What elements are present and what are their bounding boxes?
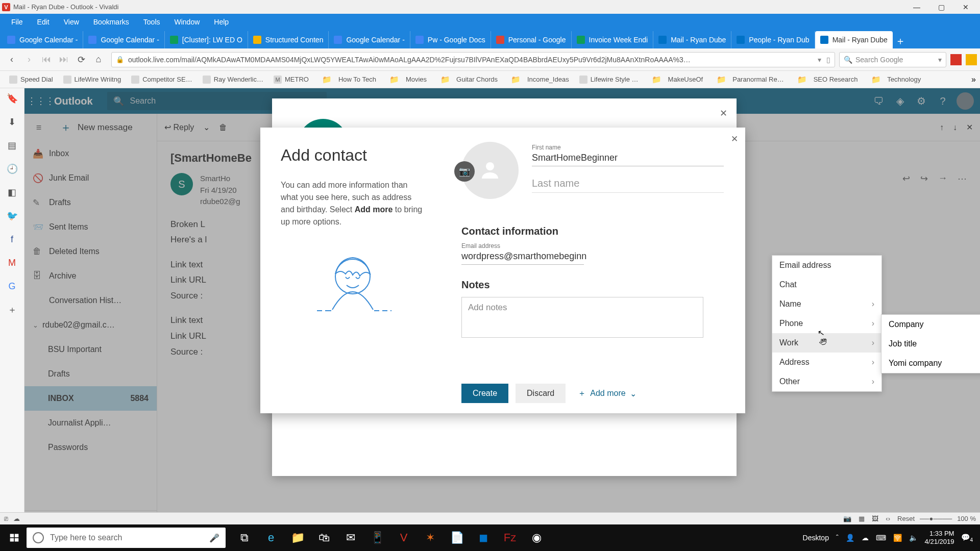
nav-ffwd[interactable]: ⏭: [55, 51, 72, 68]
menu-item[interactable]: Chat: [772, 275, 881, 294]
extension-icon-2[interactable]: [966, 54, 977, 65]
extension-icon-1[interactable]: [950, 54, 962, 65]
contact-photo-placeholder[interactable]: 📷: [461, 142, 519, 199]
close-icon[interactable]: ✕: [720, 108, 727, 119]
menu-view[interactable]: View: [57, 14, 86, 30]
bookmark-item[interactable]: Competitor SE…: [126, 76, 198, 84]
panel-add-icon[interactable]: ＋: [5, 303, 19, 317]
panel-twitter-icon[interactable]: 🐦: [5, 209, 19, 223]
menu-edit[interactable]: Edit: [30, 14, 57, 30]
bookmark-item[interactable]: LifeWire Wriitng: [58, 76, 127, 84]
search-input[interactable]: 🔍 Search Google ▾: [839, 52, 946, 67]
task-view-icon[interactable]: ⧉: [232, 525, 257, 550]
tray-desktop-label[interactable]: Desktop: [803, 534, 829, 542]
panel-window-icon[interactable]: ◧: [5, 185, 19, 199]
browser-tab[interactable]: Google Calendar -: [329, 31, 410, 48]
menu-help[interactable]: Help: [207, 14, 236, 30]
menu-item[interactable]: Other: [772, 372, 881, 391]
menu-item[interactable]: Phone: [772, 314, 881, 333]
bookmark-item[interactable]: Ray Wenderlic…: [198, 76, 268, 84]
bookmark-item[interactable]: 📁How To Tech: [314, 76, 381, 84]
taskbar-mail-icon[interactable]: ✉: [338, 525, 363, 550]
taskbar-phone-icon[interactable]: 📱: [364, 525, 390, 550]
last-name-input[interactable]: Last name: [532, 173, 724, 193]
nav-home[interactable]: ⌂: [90, 51, 107, 68]
zoom-reset[interactable]: Reset: [897, 515, 915, 522]
submenu-item[interactable]: Company: [881, 315, 980, 334]
nav-reload[interactable]: ⟳: [72, 51, 90, 68]
status-tile-icon[interactable]: ▦: [859, 515, 865, 522]
tray-volume-icon[interactable]: 🔈: [909, 534, 918, 542]
bookmark-item[interactable]: 📁MakeUseOf: [644, 76, 708, 84]
panel-gmail-icon[interactable]: M: [5, 256, 19, 270]
discard-button[interactable]: Discard: [516, 384, 566, 403]
window-close[interactable]: ✕: [953, 0, 978, 14]
search-dropdown-icon[interactable]: ▾: [938, 56, 942, 64]
browser-tab[interactable]: Pw - Google Docs: [410, 31, 491, 48]
mic-icon[interactable]: 🎤: [209, 533, 219, 543]
bookmark-item[interactable]: Speed Dial: [4, 76, 58, 84]
tray-network-icon[interactable]: 🛜: [893, 534, 902, 542]
tray-clock[interactable]: 1:33 PM 4/21/2019: [925, 530, 954, 546]
submenu-item[interactable]: Job title: [881, 334, 980, 354]
taskbar-outlook-icon[interactable]: ◼: [471, 525, 496, 550]
menu-tools[interactable]: Tools: [136, 14, 167, 30]
window-minimize[interactable]: —: [904, 0, 929, 14]
bookmark-item[interactable]: 📁Income_Ideas: [503, 76, 574, 84]
taskbar-chrome-icon[interactable]: ◉: [524, 525, 549, 550]
menu-bookmarks[interactable]: Bookmarks: [86, 14, 136, 30]
first-name-input[interactable]: SmartHomeBeginner: [532, 151, 724, 166]
tray-notifications-icon[interactable]: 💬4: [961, 533, 973, 543]
start-button[interactable]: [2, 525, 27, 550]
browser-tab[interactable]: Invoice Week Endi: [572, 31, 654, 48]
taskbar-filezilla-icon[interactable]: Fz: [497, 525, 523, 550]
bookmark-item[interactable]: Lifewire Style …: [574, 76, 644, 84]
bookmarks-overflow-icon[interactable]: »: [971, 75, 976, 84]
browser-tab[interactable]: Google Calendar -: [83, 31, 164, 48]
bookmark-item[interactable]: MMETRO: [268, 76, 314, 84]
notes-textarea[interactable]: Add notes: [461, 297, 703, 338]
submenu-item[interactable]: Yomi company: [881, 354, 980, 373]
create-button[interactable]: Create: [461, 384, 508, 403]
panel-google-icon[interactable]: G: [5, 279, 19, 293]
nav-forward[interactable]: ›: [20, 51, 38, 68]
bookmark-item[interactable]: 📁Technology: [863, 76, 926, 84]
bookmark-item[interactable]: 📁SEO Research: [789, 76, 863, 84]
panel-notes-icon[interactable]: ▤: [5, 138, 19, 153]
taskbar-store-icon[interactable]: 🛍: [311, 525, 337, 550]
tray-keyboard-icon[interactable]: ⌨: [876, 534, 886, 542]
browser-tab[interactable]: Structured Conten: [248, 31, 329, 48]
window-maximize[interactable]: ▢: [929, 0, 953, 14]
status-images-icon[interactable]: 🖼: [872, 515, 878, 522]
tray-onedrive-icon[interactable]: ☁: [862, 534, 869, 542]
panel-bookmarks-icon[interactable]: 🔖: [5, 91, 19, 106]
zoom-slider[interactable]: ──●────: [920, 515, 952, 522]
taskbar-edge-icon[interactable]: e: [258, 525, 284, 550]
taskbar-app-icon[interactable]: ✶: [418, 525, 443, 550]
menu-item[interactable]: Address: [772, 353, 881, 372]
panel-history-icon[interactable]: 🕘: [5, 162, 19, 176]
taskbar-vivaldi-icon[interactable]: V: [391, 525, 416, 550]
bookmark-item[interactable]: 📁Guitar Chords: [432, 76, 503, 84]
url-input[interactable]: 🔒 outlook.live.com/mail/AQMkADAwATM0MDAA…: [111, 52, 835, 67]
browser-tab[interactable]: Mail - Ryan Dube: [653, 31, 731, 48]
taskbar-notepad-icon[interactable]: 📄: [444, 525, 470, 550]
menu-file[interactable]: File: [4, 14, 30, 30]
browser-tab[interactable]: Personal - Google: [491, 31, 572, 48]
taskbar-explorer-icon[interactable]: 📁: [285, 525, 310, 550]
browser-tab[interactable]: People - Ryan Dub: [731, 31, 815, 48]
bookmark-item[interactable]: 📁Paranormal Re…: [708, 76, 789, 84]
reader-mode-icon[interactable]: ▯: [826, 56, 830, 64]
status-sync-icon[interactable]: ⎚: [4, 515, 8, 522]
new-tab-button[interactable]: ＋: [893, 33, 908, 48]
nav-back[interactable]: ‹: [3, 51, 20, 68]
nav-rewind[interactable]: ⏮: [38, 51, 55, 68]
status-capture-icon[interactable]: 📷: [843, 515, 851, 522]
panel-downloads-icon[interactable]: ⬇: [5, 115, 19, 129]
taskbar-search-input[interactable]: Type here to search 🎤: [27, 528, 226, 548]
dialog-close-icon[interactable]: ✕: [731, 134, 738, 144]
menu-item[interactable]: Name: [772, 294, 881, 314]
tray-chevron-icon[interactable]: ˆ: [836, 534, 839, 542]
panel-facebook-icon[interactable]: f: [5, 232, 19, 246]
menu-window[interactable]: Window: [167, 14, 207, 30]
